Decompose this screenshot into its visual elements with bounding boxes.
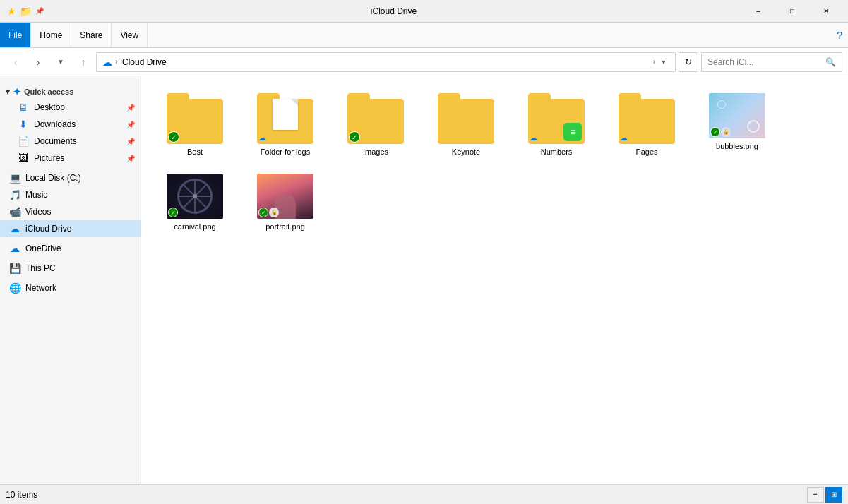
folder-icon-numbers: ≡ ☁ [528, 93, 585, 144]
view-toggle: ≡ ⊞ [807, 487, 842, 503]
file-item-keynote[interactable]: Keynote [424, 88, 508, 162]
sidebar-item-videos[interactable]: 📹 Videos [0, 203, 141, 220]
quick-access-label: Quick access [24, 88, 73, 96]
music-icon: 🎵 [8, 189, 21, 200]
folder-icon-best: ✓ [167, 93, 223, 144]
minimize-button[interactable]: – [742, 0, 775, 23]
folder-icon-keynote [438, 93, 494, 144]
search-input[interactable] [707, 57, 823, 67]
file-name-portrait: portrait.png [265, 222, 305, 232]
music-label: Music [25, 190, 135, 200]
sidebar-item-onedrive[interactable]: ☁ OneDrive [0, 240, 141, 257]
pin-icon-pictures: 📌 [126, 155, 135, 162]
folder-icon: 📁 [20, 6, 31, 17]
quick-access-star-icon: ★ [6, 6, 17, 17]
path-separator-1: › [115, 58, 117, 66]
network-icon: 🌐 [8, 282, 21, 294]
downloads-label: Downloads [34, 119, 122, 129]
tab-file[interactable]: File [0, 23, 31, 47]
forward-button[interactable]: › [28, 52, 48, 72]
doc-overlay [273, 99, 298, 130]
sidebar-item-icloud[interactable]: ☁ iCloud Drive [0, 220, 141, 237]
title-bar: ★ 📁 📌 iCloud Drive – □ ✕ [0, 0, 848, 23]
up-button[interactable]: ↑ [73, 52, 93, 72]
refresh-button[interactable]: ↻ [679, 52, 698, 72]
file-item-images[interactable]: ✓ Images [333, 88, 418, 162]
videos-icon: 📹 [8, 206, 21, 217]
sidebar-item-desktop[interactable]: 🖥 Desktop 📌 [0, 99, 141, 116]
local-disk-label: Local Disk (C:) [25, 173, 135, 183]
local-disk-icon: 💻 [8, 172, 21, 184]
current-path: iCloud Drive [120, 57, 650, 67]
file-name-best: Best [187, 147, 203, 157]
check-badge-best: ✓ [168, 131, 179, 143]
help-icon[interactable]: ? [831, 23, 848, 47]
main-layout: ▾ ✦ Quick access 🖥 Desktop 📌 ⬇ Downloads… [0, 76, 848, 484]
file-name-logs: Folder for logs [261, 147, 310, 157]
file-item-folder-logs[interactable]: ☁ Folder for logs [243, 88, 328, 162]
this-pc-label: This PC [25, 263, 135, 273]
sidebar-item-downloads[interactable]: ⬇ Downloads 📌 [0, 116, 141, 133]
search-icon: 🔍 [825, 57, 836, 67]
sidebar-item-network[interactable]: 🌐 Network [0, 280, 141, 296]
desktop-label: Desktop [34, 102, 122, 112]
ribbon: File Home Share View ? [0, 23, 848, 48]
file-name-pages: Pages [635, 147, 657, 157]
file-item-numbers[interactable]: ≡ ☁ Numbers [514, 88, 599, 162]
tab-view[interactable]: View [112, 23, 148, 47]
sidebar-item-music[interactable]: 🎵 Music [0, 186, 141, 203]
file-grid: ✓ Best ☁ Folder for logs ✓ [153, 88, 837, 238]
sidebar-item-this-pc[interactable]: 💾 This PC [0, 260, 141, 277]
tab-home[interactable]: Home [31, 23, 71, 47]
pictures-label: Pictures [34, 153, 122, 163]
pin-icon-desktop: 📌 [126, 104, 135, 112]
path-separator-2: › [653, 58, 655, 66]
documents-icon: 📄 [17, 136, 30, 147]
status-bar: 10 items ≡ ⊞ [0, 484, 848, 504]
network-label: Network [25, 283, 135, 293]
address-bar: ‹ › ▼ ↑ ☁ › iCloud Drive › ▼ ↻ 🔍 [0, 48, 848, 76]
file-name-images: Images [363, 147, 388, 157]
icloud-drive-icon: ☁ [8, 223, 21, 234]
onedrive-icon: ☁ [8, 243, 21, 254]
pin-icon: 📌 [34, 6, 45, 17]
file-item-carnival[interactable]: ✓ carnival.png [153, 168, 237, 237]
file-item-bubbles[interactable]: ✓ 🔒 bubbles.png [695, 88, 780, 162]
folder-icon-logs: ☁ [257, 93, 313, 144]
this-pc-icon: 💾 [8, 263, 21, 274]
back-button[interactable]: ‹ [6, 52, 25, 72]
tab-share[interactable]: Share [71, 23, 112, 47]
folder-icon-images: ✓ [347, 93, 404, 144]
file-name-keynote: Keynote [452, 147, 480, 157]
pin-icon-documents: 📌 [126, 138, 135, 145]
onedrive-label: OneDrive [25, 244, 135, 253]
sidebar-item-pictures[interactable]: 🖼 Pictures 📌 [0, 150, 141, 167]
recent-locations-button[interactable]: ▼ [51, 52, 71, 72]
icloud-icon: ☁ [102, 56, 112, 68]
window-title: iCloud Drive [45, 6, 742, 16]
maximize-button[interactable]: □ [776, 0, 808, 23]
videos-label: Videos [25, 207, 135, 217]
window-controls: – □ ✕ [742, 0, 842, 23]
pin-icon-downloads: 📌 [126, 121, 135, 128]
file-item-portrait[interactable]: ✓ 🔒 portrait.png [243, 168, 328, 237]
check-badge-images: ✓ [349, 131, 360, 143]
chevron-icon: ▾ [6, 88, 10, 97]
items-count: 10 items [6, 490, 37, 500]
sidebar-item-local-disk[interactable]: 💻 Local Disk (C:) [0, 169, 141, 186]
folder-icon-pages: ☁ [619, 93, 675, 144]
sidebar-item-documents[interactable]: 📄 Documents 📌 [0, 133, 141, 150]
address-path[interactable]: ☁ › iCloud Drive › ▼ [96, 52, 676, 72]
dropdown-arrow[interactable]: ▼ [658, 56, 669, 68]
pictures-icon: 🖼 [17, 152, 30, 164]
file-item-best[interactable]: ✓ Best [153, 88, 237, 162]
tiles-view-button[interactable]: ⊞ [825, 487, 842, 503]
downloads-icon: ⬇ [17, 119, 30, 130]
content-area: ✓ Best ☁ Folder for logs ✓ [141, 76, 848, 484]
close-button[interactable]: ✕ [810, 0, 842, 23]
desktop-icon: 🖥 [17, 102, 30, 113]
details-view-button[interactable]: ≡ [807, 487, 824, 503]
file-name-carnival: carnival.png [174, 222, 215, 232]
file-item-pages[interactable]: ☁ Pages [604, 88, 689, 162]
quick-access-header[interactable]: ▾ ✦ Quick access [0, 82, 141, 99]
